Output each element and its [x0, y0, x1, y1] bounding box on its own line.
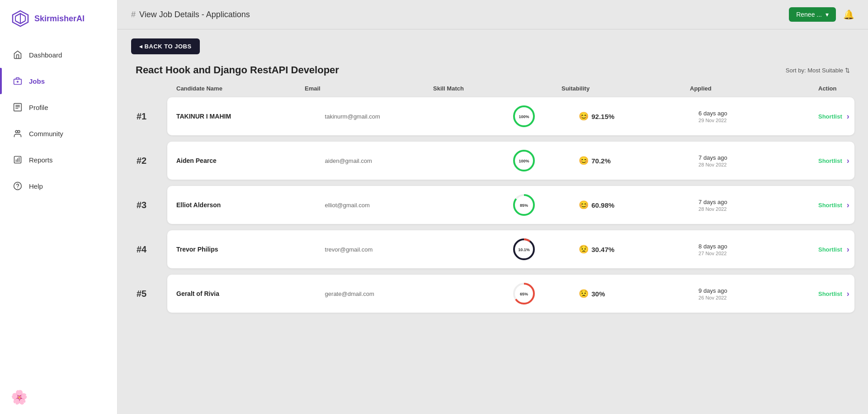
action-cell: Shortlist › [818, 112, 845, 121]
main-area: # View Job Details - Applications Renee … [118, 0, 868, 414]
th-applied: Applied [690, 85, 818, 92]
candidate-email: trevor@gmail.com [325, 246, 469, 253]
logo-text: SkirmisherAI [34, 14, 85, 24]
table-row: #1 TAKINUR I MAHIM takinurm@gmail.com 10… [131, 97, 854, 135]
shortlist-link[interactable]: Shortlist [818, 246, 842, 253]
rank-label: #4 [131, 244, 167, 255]
candidate-email: takinurm@gmail.com [325, 113, 469, 120]
chevron-right-icon[interactable]: › [847, 200, 849, 210]
skill-match-circle: 85% [473, 193, 574, 217]
th-suitability: Suitability [561, 85, 690, 92]
rank-label: #3 [131, 200, 167, 210]
applied-info: 9 days ago 26 Nov 2022 [698, 287, 814, 300]
sidebar-item-label: Jobs [29, 77, 45, 85]
shortlist-link[interactable]: Shortlist [818, 157, 842, 164]
shortlist-link[interactable]: Shortlist [818, 290, 842, 297]
table-row: #3 Elliot Alderson elliot@gmail.com 85% … [131, 186, 854, 224]
candidate-card: Aiden Pearce aiden@gmail.com 100% 😊 70.2… [167, 142, 854, 180]
suitability: 😟 30% [579, 289, 694, 299]
candidate-card: Geralt of Rivia gerate@dmail.com 65% 😟 3… [167, 275, 854, 313]
skill-match-circle: 100% [473, 105, 574, 128]
shortlist-link[interactable]: Shortlist [818, 113, 842, 120]
shortlist-link[interactable]: Shortlist [818, 202, 842, 209]
sidebar-item-label: Reports [29, 156, 53, 164]
svg-text:65%: 65% [520, 292, 528, 296]
profile-icon [13, 102, 23, 112]
user-button[interactable]: Renee ... ▾ [789, 7, 836, 22]
sidebar-item-label: Community [29, 130, 63, 138]
svg-text:10.1%: 10.1% [518, 247, 530, 252]
sort-icon: ⇅ [845, 67, 850, 74]
svg-text:100%: 100% [519, 159, 529, 163]
sidebar-item-reports[interactable]: Reports [0, 147, 117, 173]
table-row: #4 Trevor Philips trevor@gmail.com 10.1%… [131, 230, 854, 268]
sidebar-item-help[interactable]: Help [0, 173, 117, 199]
sidebar-item-jobs[interactable]: Jobs [0, 68, 117, 94]
user-label: Renee ... [796, 11, 822, 18]
svg-text:100%: 100% [519, 114, 529, 119]
sidebar-bottom: 🌸 [0, 380, 117, 414]
candidates-list: #1 TAKINUR I MAHIM takinurm@gmail.com 10… [131, 97, 854, 313]
skill-match-circle: 65% [473, 282, 574, 305]
rank-label: #5 [131, 289, 167, 299]
skill-match-circle: 10.1% [473, 238, 574, 261]
th-name: Candidate Name [176, 85, 305, 92]
th-skill: Skill Match [433, 85, 561, 92]
sidebar-item-label: Dashboard [29, 51, 62, 59]
chevron-right-icon[interactable]: › [847, 156, 849, 166]
sidebar-nav: Dashboard Jobs [0, 42, 117, 380]
header: # View Job Details - Applications Renee … [118, 0, 868, 29]
header-right: Renee ... ▾ 🔔 [789, 7, 854, 22]
action-cell: Shortlist › [818, 200, 845, 210]
candidate-card: TAKINUR I MAHIM takinurm@gmail.com 100% … [167, 97, 854, 135]
candidate-card: Elliot Alderson elliot@gmail.com 85% 😊 6… [167, 186, 854, 224]
th-email: Email [305, 85, 433, 92]
home-icon [13, 50, 23, 60]
sidebar-item-profile[interactable]: Profile [0, 94, 117, 120]
community-icon [13, 128, 23, 138]
chevron-right-icon[interactable]: › [847, 112, 849, 121]
candidate-email: elliot@gmail.com [325, 202, 469, 209]
candidate-email: gerate@dmail.com [325, 290, 469, 297]
reports-icon [13, 155, 23, 165]
page-header: React Hook and Django RestAPI Developer … [131, 64, 854, 76]
page-title: React Hook and Django RestAPI Developer [136, 64, 339, 76]
candidate-name: Trevor Philips [176, 246, 321, 253]
header-title: # View Job Details - Applications [131, 10, 250, 19]
chevron-right-icon[interactable]: › [847, 245, 849, 254]
notification-bell-icon[interactable]: 🔔 [843, 9, 854, 20]
suitability: 😊 92.15% [579, 111, 694, 121]
back-label: ◂ BACK TO JOBS [139, 43, 192, 50]
svg-point-12 [18, 130, 20, 133]
sidebar-item-label: Profile [29, 104, 48, 111]
sidebar: SkirmisherAI Dashboard Job [0, 0, 118, 414]
candidate-name: Geralt of Rivia [176, 290, 321, 297]
candidate-email: aiden@gmail.com [325, 157, 469, 164]
header-hash: # [131, 10, 136, 19]
back-to-jobs-button[interactable]: ◂ BACK TO JOBS [131, 38, 200, 54]
suitability: 😊 60.98% [579, 200, 694, 210]
applied-info: 8 days ago 27 Nov 2022 [698, 243, 814, 256]
jobs-icon [13, 76, 23, 86]
chevron-down-icon: ▾ [826, 11, 829, 18]
action-cell: Shortlist › [818, 245, 845, 254]
logo: SkirmisherAI [0, 0, 117, 37]
table-header: Candidate Name Email Skill Match Suitabi… [131, 85, 854, 97]
candidate-name: Aiden Pearce [176, 157, 321, 164]
candidate-card: Trevor Philips trevor@gmail.com 10.1% 😟 … [167, 230, 854, 268]
suitability: 😟 30.47% [579, 244, 694, 254]
chevron-right-icon[interactable]: › [847, 289, 849, 299]
action-cell: Shortlist › [818, 289, 845, 299]
sidebar-item-label: Help [29, 182, 43, 190]
candidate-name: TAKINUR I MAHIM [176, 113, 321, 120]
header-title-text: View Job Details - Applications [139, 10, 250, 19]
sidebar-item-dashboard[interactable]: Dashboard [0, 42, 117, 68]
table-row: #2 Aiden Pearce aiden@gmail.com 100% 😊 7… [131, 142, 854, 180]
content-area: ◂ BACK TO JOBS React Hook and Django Res… [118, 29, 868, 414]
flower-icon: 🌸 [11, 390, 28, 404]
sidebar-item-community[interactable]: Community [0, 120, 117, 147]
applied-info: 7 days ago 28 Nov 2022 [698, 199, 814, 212]
candidate-name: Elliot Alderson [176, 201, 321, 209]
skill-match-circle: 100% [473, 149, 574, 172]
sort-control[interactable]: Sort by: Most Suitable ⇅ [786, 67, 850, 74]
